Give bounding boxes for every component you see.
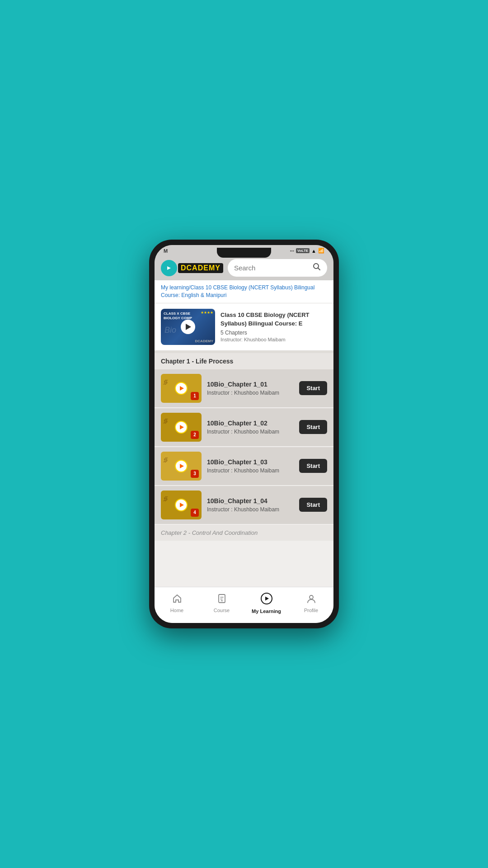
search-bar[interactable]	[228, 259, 327, 277]
course-icon	[217, 594, 227, 606]
logo-area: DCADEMY	[161, 260, 223, 276]
start-button-1[interactable]: Start	[299, 381, 327, 395]
nav-item-profile[interactable]: Profile	[289, 592, 333, 615]
next-chapter-preview: Chapter 2 - Control And Coordination	[155, 525, 333, 541]
lesson-title-1: 10Bio_Chapter 1_01	[207, 381, 294, 388]
phone-frame: M ··· VoLTE ▲ 📶 DCADEMY	[149, 240, 339, 628]
course-card: CLASS X CBSEBIOLOGY COMP DCADEMY Bio ★★★…	[155, 303, 333, 353]
lesson-play-btn-3[interactable]	[175, 460, 188, 472]
home-icon	[172, 594, 182, 606]
lesson-instructor-1: Instructor : Khushboo Maibam	[207, 390, 294, 396]
bottom-nav: Home Course	[155, 587, 333, 623]
course-instructor: Instructor: Khushboo Maibam	[221, 337, 327, 342]
logo-icon	[161, 260, 177, 276]
mylearning-icon	[261, 593, 272, 607]
breadcrumb: My learning/Class 10 CBSE Biology (NCERT…	[155, 280, 333, 303]
lesson-thumb-script: 𝔰	[163, 492, 167, 504]
lesson-play-btn-1[interactable]	[175, 382, 188, 395]
nav-label-course: Course	[214, 608, 230, 613]
lesson-thumb-script: 𝔰	[163, 415, 167, 426]
play-triangle-icon	[186, 324, 191, 330]
star-rating: ★★★★	[201, 311, 213, 315]
course-thumbnail[interactable]: CLASS X CBSEBIOLOGY COMP DCADEMY Bio ★★★…	[161, 309, 215, 345]
lesson-title-2: 10Bio_Chapter 1_02	[207, 420, 294, 427]
lesson-num-badge-1: 1	[191, 392, 199, 400]
svg-line-2	[318, 268, 320, 270]
lesson-play-triangle-1	[180, 386, 184, 391]
lesson-thumbnail-2[interactable]: 𝔰 2	[161, 413, 202, 442]
chapter-heading: Chapter 1 - Life Process	[155, 353, 333, 369]
lesson-num-badge-3: 3	[191, 470, 199, 478]
nav-label-profile: Profile	[304, 608, 318, 613]
start-button-3[interactable]: Start	[299, 459, 327, 473]
lesson-item: 𝔰 3 10Bio_Chapter 1_03 Instructor : Khus…	[155, 447, 333, 485]
nav-label-mylearning: My Learning	[252, 609, 281, 614]
nav-item-mylearning[interactable]: My Learning	[244, 591, 289, 616]
status-right: ··· VoLTE ▲ 📶	[290, 248, 324, 254]
lesson-play-triangle-4	[180, 503, 184, 507]
svg-point-5	[310, 595, 313, 599]
signal-dots: ···	[290, 248, 294, 254]
dcademy-watermark: DCADEMY	[195, 339, 213, 343]
nav-label-home: Home	[170, 608, 183, 613]
lesson-play-triangle-2	[180, 425, 184, 429]
search-icon	[313, 263, 321, 273]
status-left: M	[164, 248, 168, 254]
lesson-item: 𝔰 2 10Bio_Chapter 1_02 Instructor : Khus…	[155, 408, 333, 446]
nav-item-course[interactable]: Course	[199, 592, 244, 615]
lesson-play-btn-4[interactable]	[175, 499, 188, 511]
lesson-info-3: 10Bio_Chapter 1_03 Instructor : Khushboo…	[207, 458, 294, 474]
course-info: Class 10 CBSE Biology (NCERT Syllabus) B…	[221, 311, 327, 342]
lesson-item: 𝔰 4 10Bio_Chapter 1_04 Instructor : Khus…	[155, 486, 333, 524]
lesson-instructor-3: Instructor : Khushboo Maibam	[207, 467, 294, 474]
lesson-num-badge-2: 2	[191, 431, 199, 439]
logo-text: DCADEMY	[178, 263, 223, 273]
notch	[217, 248, 271, 258]
volte-badge: VoLTE	[296, 248, 310, 253]
course-title: Class 10 CBSE Biology (NCERT Syllabus) B…	[221, 311, 327, 327]
lessons-scroll: 𝔰 1 10Bio_Chapter 1_01 Instructor : Khus…	[155, 369, 333, 587]
start-button-4[interactable]: Start	[299, 498, 327, 512]
lesson-info-4: 10Bio_Chapter 1_04 Instructor : Khushboo…	[207, 497, 294, 513]
app-header: DCADEMY	[155, 255, 333, 280]
search-input[interactable]	[234, 264, 309, 272]
svg-rect-3	[219, 594, 225, 603]
lesson-instructor-2: Instructor : Khushboo Maibam	[207, 429, 294, 435]
lesson-thumb-script: 𝔰	[163, 453, 167, 465]
nav-item-home[interactable]: Home	[155, 592, 199, 615]
lesson-info-2: 10Bio_Chapter 1_02 Instructor : Khushboo…	[207, 420, 294, 435]
phone-screen: M ··· VoLTE ▲ 📶 DCADEMY	[155, 245, 333, 623]
lesson-title-3: 10Bio_Chapter 1_03	[207, 458, 294, 466]
signal-bars: ▲	[311, 248, 316, 254]
lesson-thumbnail-1[interactable]: 𝔰 1	[161, 374, 202, 403]
lesson-item: 𝔰 1 10Bio_Chapter 1_01 Instructor : Khus…	[155, 369, 333, 407]
lesson-thumbnail-4[interactable]: 𝔰 4	[161, 491, 202, 519]
lesson-play-btn-2[interactable]	[175, 421, 188, 434]
lesson-info-1: 10Bio_Chapter 1_01 Instructor : Khushboo…	[207, 381, 294, 396]
lesson-num-badge-4: 4	[191, 509, 199, 517]
lesson-thumb-script: 𝔰	[163, 376, 167, 387]
lesson-thumbnail-3[interactable]: 𝔰 3	[161, 452, 202, 481]
lesson-instructor-4: Instructor : Khushboo Maibam	[207, 506, 294, 513]
course-chapters: 5 Chapters	[221, 330, 327, 336]
wifi-icon: 📶	[318, 248, 324, 254]
lesson-play-triangle-3	[180, 464, 184, 468]
lesson-title-4: 10Bio_Chapter 1_04	[207, 497, 294, 505]
lessons-container: 𝔰 1 10Bio_Chapter 1_01 Instructor : Khus…	[155, 369, 333, 524]
start-button-2[interactable]: Start	[299, 420, 327, 434]
thumb-bg-text: Bio	[164, 326, 176, 335]
profile-icon	[306, 594, 316, 606]
course-play-button[interactable]	[181, 320, 195, 334]
